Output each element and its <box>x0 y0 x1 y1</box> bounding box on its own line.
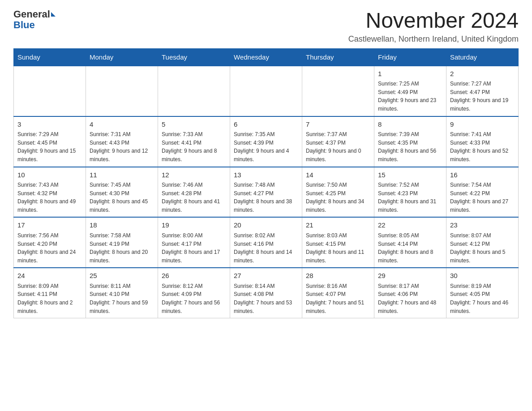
location-subtitle: Castlewellan, Northern Ireland, United K… <box>348 34 519 44</box>
day-number: 14 <box>306 170 370 180</box>
table-row: 4Sunrise: 7:31 AM Sunset: 4:43 PM Daylig… <box>86 116 158 167</box>
day-info: Sunrise: 8:16 AM Sunset: 4:07 PM Dayligh… <box>306 282 370 315</box>
day-number: 23 <box>450 220 515 231</box>
table-row: 26Sunrise: 8:12 AM Sunset: 4:09 PM Dayli… <box>158 268 230 318</box>
day-number: 18 <box>90 220 154 231</box>
day-info: Sunrise: 7:25 AM Sunset: 4:49 PM Dayligh… <box>378 80 442 113</box>
page-header: General Blue November 2024 Castlewellan,… <box>13 9 519 44</box>
calendar-week-row: 1Sunrise: 7:25 AM Sunset: 4:49 PM Daylig… <box>14 66 519 116</box>
day-number: 13 <box>234 170 298 180</box>
calendar-week-row: 10Sunrise: 7:43 AM Sunset: 4:32 PM Dayli… <box>14 167 519 218</box>
day-info: Sunrise: 7:35 AM Sunset: 4:39 PM Dayligh… <box>234 130 298 163</box>
table-row: 9Sunrise: 7:41 AM Sunset: 4:33 PM Daylig… <box>446 116 519 167</box>
table-row: 12Sunrise: 7:46 AM Sunset: 4:28 PM Dayli… <box>158 167 230 218</box>
day-info: Sunrise: 7:54 AM Sunset: 4:22 PM Dayligh… <box>450 181 515 214</box>
table-row: 17Sunrise: 7:56 AM Sunset: 4:20 PM Dayli… <box>14 217 86 268</box>
day-number: 19 <box>162 220 226 231</box>
logo-general: General <box>13 9 50 20</box>
header-thursday: Thursday <box>302 48 374 66</box>
table-row: 1Sunrise: 7:25 AM Sunset: 4:49 PM Daylig… <box>374 66 446 116</box>
day-number: 24 <box>17 271 82 281</box>
day-info: Sunrise: 8:14 AM Sunset: 4:08 PM Dayligh… <box>234 282 298 315</box>
day-number: 17 <box>17 220 82 231</box>
day-info: Sunrise: 7:37 AM Sunset: 4:37 PM Dayligh… <box>306 130 370 163</box>
logo-blue: Blue <box>13 20 35 30</box>
day-info: Sunrise: 8:19 AM Sunset: 4:05 PM Dayligh… <box>450 282 515 315</box>
day-info: Sunrise: 7:50 AM Sunset: 4:25 PM Dayligh… <box>306 181 370 214</box>
day-number: 22 <box>378 220 442 231</box>
day-number: 30 <box>450 271 515 281</box>
day-info: Sunrise: 8:17 AM Sunset: 4:06 PM Dayligh… <box>378 282 442 315</box>
title-section: November 2024 Castlewellan, Northern Ire… <box>348 9 519 44</box>
table-row: 21Sunrise: 8:03 AM Sunset: 4:15 PM Dayli… <box>302 217 374 268</box>
day-info: Sunrise: 7:27 AM Sunset: 4:47 PM Dayligh… <box>450 80 515 113</box>
day-number: 8 <box>378 120 442 130</box>
logo-arrow-icon <box>51 12 56 17</box>
day-info: Sunrise: 8:11 AM Sunset: 4:10 PM Dayligh… <box>90 282 154 315</box>
header-sunday: Sunday <box>14 48 86 66</box>
day-info: Sunrise: 7:43 AM Sunset: 4:32 PM Dayligh… <box>17 181 82 214</box>
day-info: Sunrise: 8:12 AM Sunset: 4:09 PM Dayligh… <box>162 282 226 315</box>
day-info: Sunrise: 7:56 AM Sunset: 4:20 PM Dayligh… <box>17 231 82 265</box>
calendar-week-row: 24Sunrise: 8:09 AM Sunset: 4:11 PM Dayli… <box>14 268 519 318</box>
day-number: 6 <box>234 120 298 130</box>
day-number: 1 <box>378 69 442 79</box>
table-row <box>230 66 302 116</box>
day-number: 5 <box>162 120 226 130</box>
day-number: 27 <box>234 271 298 281</box>
table-row <box>302 66 374 116</box>
header-wednesday: Wednesday <box>230 48 302 66</box>
day-number: 16 <box>450 170 515 180</box>
day-number: 15 <box>378 170 442 180</box>
weekday-header-row: Sunday Monday Tuesday Wednesday Thursday… <box>14 48 519 66</box>
day-info: Sunrise: 8:00 AM Sunset: 4:17 PM Dayligh… <box>162 231 226 265</box>
table-row: 27Sunrise: 8:14 AM Sunset: 4:08 PM Dayli… <box>230 268 302 318</box>
day-number: 25 <box>90 271 154 281</box>
table-row: 11Sunrise: 7:45 AM Sunset: 4:30 PM Dayli… <box>86 167 158 218</box>
day-number: 20 <box>234 220 298 231</box>
day-info: Sunrise: 7:58 AM Sunset: 4:19 PM Dayligh… <box>90 231 154 265</box>
day-info: Sunrise: 7:33 AM Sunset: 4:41 PM Dayligh… <box>162 130 226 163</box>
day-number: 21 <box>306 220 370 231</box>
day-info: Sunrise: 7:41 AM Sunset: 4:33 PM Dayligh… <box>450 130 515 163</box>
table-row: 24Sunrise: 8:09 AM Sunset: 4:11 PM Dayli… <box>14 268 86 318</box>
header-friday: Friday <box>374 48 446 66</box>
day-info: Sunrise: 7:39 AM Sunset: 4:35 PM Dayligh… <box>378 130 442 163</box>
table-row: 23Sunrise: 8:07 AM Sunset: 4:12 PM Dayli… <box>446 217 519 268</box>
table-row: 10Sunrise: 7:43 AM Sunset: 4:32 PM Dayli… <box>14 167 86 218</box>
day-info: Sunrise: 8:05 AM Sunset: 4:14 PM Dayligh… <box>378 231 442 265</box>
table-row: 28Sunrise: 8:16 AM Sunset: 4:07 PM Dayli… <box>302 268 374 318</box>
table-row: 5Sunrise: 7:33 AM Sunset: 4:41 PM Daylig… <box>158 116 230 167</box>
table-row: 7Sunrise: 7:37 AM Sunset: 4:37 PM Daylig… <box>302 116 374 167</box>
day-info: Sunrise: 7:45 AM Sunset: 4:30 PM Dayligh… <box>90 181 154 214</box>
table-row: 29Sunrise: 8:17 AM Sunset: 4:06 PM Dayli… <box>374 268 446 318</box>
day-info: Sunrise: 8:02 AM Sunset: 4:16 PM Dayligh… <box>234 231 298 265</box>
table-row: 22Sunrise: 8:05 AM Sunset: 4:14 PM Dayli… <box>374 217 446 268</box>
day-number: 7 <box>306 120 370 130</box>
header-saturday: Saturday <box>446 48 519 66</box>
day-info: Sunrise: 7:29 AM Sunset: 4:45 PM Dayligh… <box>17 130 82 163</box>
table-row: 3Sunrise: 7:29 AM Sunset: 4:45 PM Daylig… <box>14 116 86 167</box>
header-monday: Monday <box>86 48 158 66</box>
day-info: Sunrise: 8:03 AM Sunset: 4:15 PM Dayligh… <box>306 231 370 265</box>
day-number: 9 <box>450 120 515 130</box>
table-row: 8Sunrise: 7:39 AM Sunset: 4:35 PM Daylig… <box>374 116 446 167</box>
table-row: 6Sunrise: 7:35 AM Sunset: 4:39 PM Daylig… <box>230 116 302 167</box>
table-row: 13Sunrise: 7:48 AM Sunset: 4:27 PM Dayli… <box>230 167 302 218</box>
table-row: 2Sunrise: 7:27 AM Sunset: 4:47 PM Daylig… <box>446 66 519 116</box>
calendar-week-row: 3Sunrise: 7:29 AM Sunset: 4:45 PM Daylig… <box>14 116 519 167</box>
day-number: 12 <box>162 170 226 180</box>
day-number: 11 <box>90 170 154 180</box>
day-info: Sunrise: 7:52 AM Sunset: 4:23 PM Dayligh… <box>378 181 442 214</box>
table-row <box>86 66 158 116</box>
month-title: November 2024 <box>348 9 519 33</box>
calendar-table: Sunday Monday Tuesday Wednesday Thursday… <box>13 48 519 318</box>
day-info: Sunrise: 7:31 AM Sunset: 4:43 PM Dayligh… <box>90 130 154 163</box>
logo: General Blue <box>13 9 56 30</box>
table-row: 19Sunrise: 8:00 AM Sunset: 4:17 PM Dayli… <box>158 217 230 268</box>
table-row: 30Sunrise: 8:19 AM Sunset: 4:05 PM Dayli… <box>446 268 519 318</box>
day-number: 2 <box>450 69 515 79</box>
table-row: 15Sunrise: 7:52 AM Sunset: 4:23 PM Dayli… <box>374 167 446 218</box>
day-info: Sunrise: 7:46 AM Sunset: 4:28 PM Dayligh… <box>162 181 226 214</box>
day-number: 26 <box>162 271 226 281</box>
